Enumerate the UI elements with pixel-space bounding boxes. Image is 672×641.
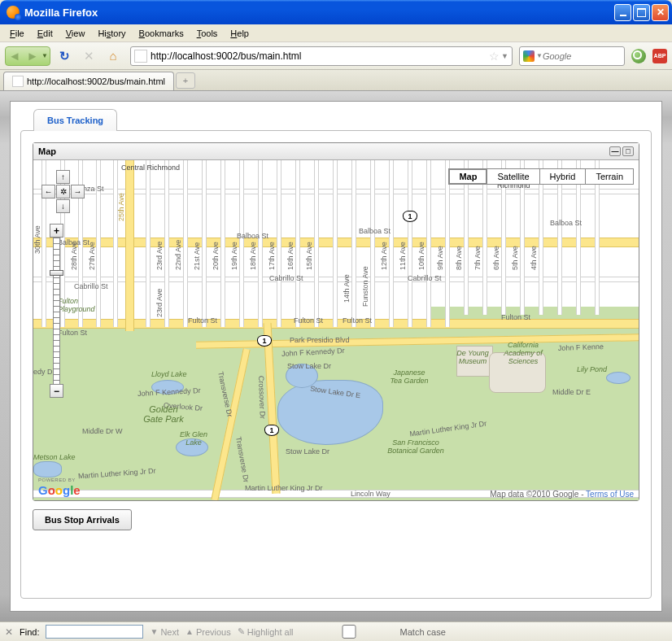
map-label: Lincoln Way <box>351 490 391 498</box>
attribution-text: Map data ©2010 Google - <box>490 490 586 499</box>
match-case-input[interactable] <box>300 625 398 639</box>
find-previous-button[interactable]: ▲Previous <box>185 627 231 637</box>
zoom-slider-handle[interactable] <box>50 270 63 276</box>
menu-view[interactable]: View <box>59 26 92 41</box>
map-label: 23rd Ave <box>155 289 164 317</box>
map-label: Stow Lake Dr <box>286 447 329 456</box>
search-engine-dropdown[interactable]: ▼ <box>536 52 543 59</box>
pan-right-button[interactable]: → <box>71 185 85 198</box>
back-button[interactable]: ◄ <box>6 47 24 65</box>
map-label: Stow Lake Dr <box>287 362 331 370</box>
highlight-all-button[interactable]: ✎Highlight all <box>238 626 294 637</box>
map-label: Funston Ave <box>361 266 369 307</box>
pan-center-button[interactable]: ✲ <box>56 185 70 198</box>
pan-up-button[interactable]: ↑ <box>56 170 70 184</box>
minimize-button[interactable] <box>614 4 631 21</box>
map-label: Central Richmond <box>121 164 180 172</box>
findbar-close-button[interactable]: ✕ <box>5 626 13 638</box>
maximize-button[interactable] <box>633 4 650 21</box>
map-type-satellite[interactable]: Satellite <box>487 168 539 185</box>
lake <box>33 461 62 477</box>
road <box>314 160 319 327</box>
bookmark-star-icon[interactable]: ☆ <box>489 50 500 63</box>
map-label: Fulton St <box>294 316 323 325</box>
map-label: Martin Luther King Jr Dr <box>245 484 323 492</box>
map-label: San Francisco Botanical Garden <box>383 438 448 455</box>
map-label: 8th Ave <box>455 246 463 270</box>
map-label: 11th Ave <box>399 242 407 270</box>
menu-bar: File Edit View History Bookmarks Tools H… <box>0 24 672 42</box>
map-label: 17th Ave <box>268 242 276 270</box>
map-label: Crossover Dr <box>257 376 267 419</box>
panel-minimize-button[interactable]: — <box>609 146 621 156</box>
menu-edit[interactable]: Edit <box>31 26 59 41</box>
content-area: Bus Tracking Map — □ <box>0 91 672 621</box>
panel-maximize-button[interactable]: □ <box>622 146 634 156</box>
zoom-slider-track[interactable] <box>53 238 60 384</box>
map-label: 5th Ave <box>511 246 519 270</box>
map-label: 21st Ave <box>193 242 201 270</box>
search-bar[interactable]: ▼ <box>519 46 625 66</box>
firefox-icon <box>7 6 20 19</box>
map-label: 30th Ave <box>33 225 41 254</box>
google-icon[interactable] <box>523 50 535 62</box>
forward-button[interactable]: ► <box>24 47 41 65</box>
tab-bus-tracking[interactable]: Bus Tracking <box>33 109 117 131</box>
map-label: Japanese Tea Garden <box>389 368 430 385</box>
url-history-dropdown[interactable]: ▼ <box>501 52 508 60</box>
map-canvas[interactable]: 1 1 1 Central Richmond Richmond Anza St … <box>33 160 639 500</box>
pan-left-button[interactable]: ← <box>41 185 55 198</box>
road <box>258 160 263 327</box>
menu-help[interactable]: Help <box>224 26 255 41</box>
tab-strip: http://localhost:9002/bus/main.html + <box>0 70 672 91</box>
page-favicon <box>134 50 147 63</box>
map-label: Cabrillo St <box>74 282 108 290</box>
map-type-hybrid[interactable]: Hybrid <box>539 168 587 185</box>
match-case-checkbox[interactable]: Match case <box>300 625 446 639</box>
map-type-map[interactable]: Map <box>448 168 487 185</box>
zoom-in-button[interactable]: + <box>50 224 63 238</box>
menu-file[interactable]: File <box>3 26 31 41</box>
map-label: Middle Dr E <box>552 388 591 396</box>
map-label: De Young Museum <box>452 349 493 365</box>
map-label: 9th Ave <box>436 246 444 270</box>
find-bar: ✕ Find: ▼Next ▲Previous ✎Highlight all M… <box>0 621 672 641</box>
menu-tools[interactable]: Tools <box>190 26 225 41</box>
map-type-control: Map Satellite Hybrid Terrain <box>449 168 634 185</box>
reload-button[interactable]: ↻ <box>54 46 75 67</box>
map-label: Golden Gate Park <box>139 404 188 424</box>
find-next-button[interactable]: ▼Next <box>150 627 179 637</box>
close-button[interactable] <box>652 4 669 21</box>
menu-bookmarks[interactable]: Bookmarks <box>133 26 190 41</box>
tab-favicon <box>12 76 24 87</box>
map-type-terrain[interactable]: Terrain <box>585 168 634 185</box>
pan-down-button[interactable]: ↓ <box>56 199 70 213</box>
app-body: Map — □ <box>20 130 652 599</box>
zoom-out-button[interactable]: − <box>50 384 63 398</box>
url-bar[interactable]: ☆ ▼ <box>130 46 513 66</box>
new-tab-button[interactable]: + <box>176 72 195 89</box>
road <box>445 160 450 327</box>
map-label: Elk Glen Lake <box>177 430 210 447</box>
search-input[interactable] <box>543 51 621 61</box>
url-input[interactable] <box>151 50 487 62</box>
home-button[interactable]: ⌂ <box>103 46 124 67</box>
map-label: 23rd Ave <box>155 242 164 270</box>
map-label: Cabrillo St <box>269 274 303 282</box>
browser-tab[interactable]: http://localhost:9002/bus/main.html <box>3 72 174 90</box>
search-go-button[interactable] <box>631 49 646 63</box>
terms-link[interactable]: Terms of Use <box>586 490 634 499</box>
history-dropdown[interactable]: ▼ <box>41 47 50 65</box>
map-panel-header: Map — □ <box>33 143 639 160</box>
bus-stop-arrivals-button[interactable]: Bus Stop Arrivals <box>33 509 132 530</box>
powered-by-label: POWERED BY <box>38 477 76 482</box>
road <box>408 160 412 327</box>
google-logo: Google <box>38 483 81 497</box>
map-label: 20th Ave <box>212 242 220 270</box>
menu-history[interactable]: History <box>91 26 132 41</box>
adblock-icon[interactable]: ABP <box>652 49 667 63</box>
stop-button[interactable]: ✕ <box>78 46 99 67</box>
road <box>333 160 338 327</box>
find-input[interactable] <box>46 625 143 639</box>
map-label: 4th Ave <box>530 246 538 270</box>
